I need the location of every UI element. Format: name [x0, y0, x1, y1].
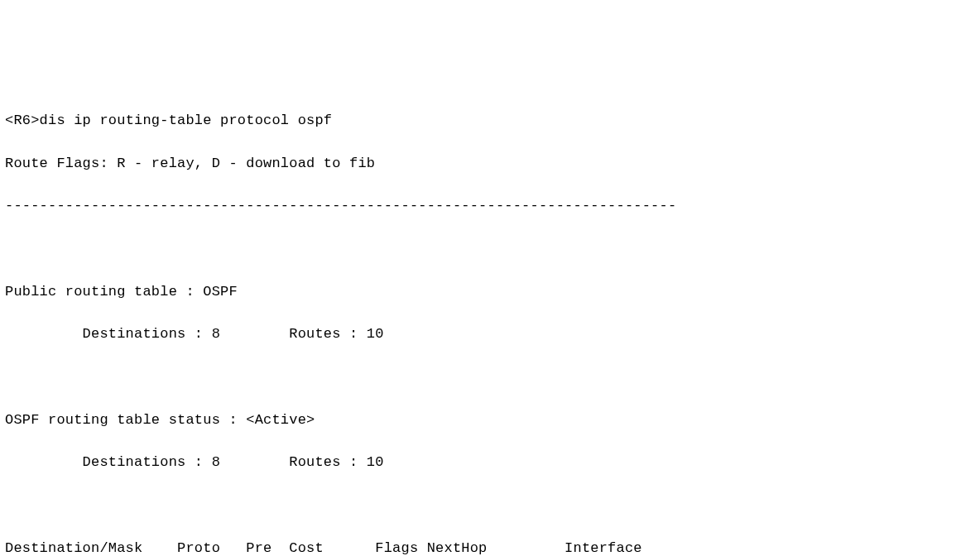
- command-text: dis ip routing-table protocol ospf: [40, 113, 333, 128]
- terminal-output: <R6>dis ip routing-table protocol ospf R…: [5, 89, 975, 556]
- table-header: Destination/Mask Proto Pre Cost Flags Ne…: [5, 538, 975, 556]
- divider-line: ----------------------------------------…: [5, 195, 975, 217]
- command-line: <R6>dis ip routing-table protocol ospf: [5, 110, 975, 132]
- blank-line: [5, 238, 975, 260]
- active-status-counts: Destinations : 8 Routes : 10: [5, 452, 975, 473]
- public-table-counts: Destinations : 8 Routes : 10: [5, 324, 975, 345]
- route-flags-line: Route Flags: R - relay, D - download to …: [5, 153, 975, 175]
- active-status-title: OSPF routing table status : <Active>: [5, 410, 975, 431]
- blank-line: [5, 495, 975, 516]
- prompt: <R6>: [5, 113, 40, 128]
- blank-line: [5, 367, 975, 388]
- public-table-title: Public routing table : OSPF: [5, 281, 975, 303]
